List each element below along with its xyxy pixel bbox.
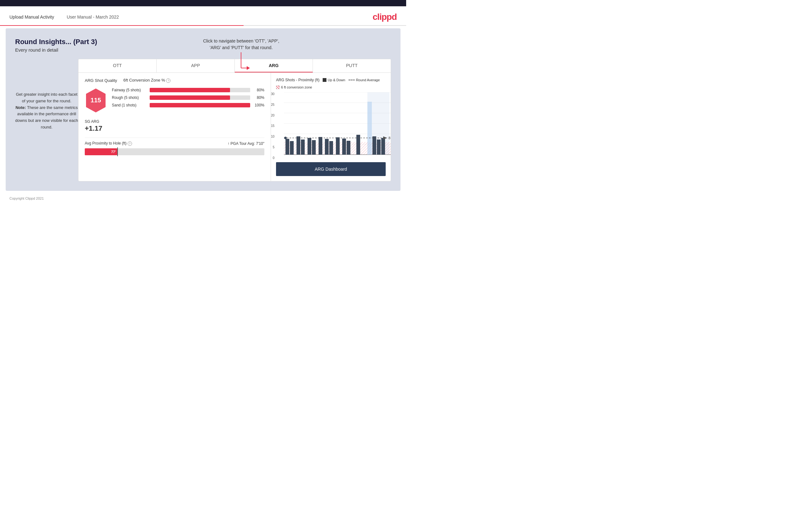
fairway-bar — [150, 88, 250, 92]
header: Upload Manual Activity User Manual - Mar… — [0, 6, 406, 25]
shot-row-sand: Sand (1 shots) 100% — [112, 103, 264, 107]
fairway-label: Fairway (5 shots) — [112, 88, 147, 92]
card-body: ARG Shot Quality 6ft Conversion Zone % ?… — [79, 73, 391, 181]
svg-rect-25 — [342, 138, 346, 155]
legend-round-avg: Round Average — [349, 78, 380, 82]
sg-section: SG ARG +1.17 — [85, 116, 264, 132]
svg-rect-28 — [367, 102, 372, 155]
top-bar — [0, 0, 406, 6]
proximity-label: Avg Proximity to Hole (ft) ? — [85, 141, 132, 146]
proximity-bar-fill: 77' — [85, 148, 117, 155]
svg-text:115: 115 — [91, 97, 101, 104]
proximity-value: 77' — [111, 150, 116, 154]
main-content: Round Insights... (Part 3) Every round i… — [6, 29, 401, 191]
pga-tour-label: ↑ PGA Tour Avg: 7'10" — [227, 142, 264, 146]
rough-bar — [150, 96, 250, 100]
hex-bars-row: 115 Fairway (5 shots) 80% — [85, 88, 264, 113]
shot-row-rough: Rough (5 shots) 80% — [112, 96, 264, 100]
conversion-label: 6ft Conversion Zone % ? — [123, 78, 171, 83]
svg-rect-17 — [297, 136, 300, 155]
chart-title: ARG Shots - Proximity (ft) — [276, 78, 319, 82]
shot-quality-label: ARG Shot Quality — [85, 78, 117, 83]
rough-label: Rough (5 shots) — [112, 96, 147, 100]
right-panel: ARG Shots - Proximity (ft) Up & Down Rou… — [271, 73, 391, 181]
copyright: Copyright Clippd 2021 — [9, 196, 44, 200]
svg-rect-31 — [381, 138, 385, 155]
svg-rect-15 — [286, 139, 289, 155]
proximity-cursor — [117, 148, 118, 156]
svg-marker-2 — [247, 66, 250, 70]
conversion-help-icon[interactable]: ? — [166, 78, 170, 83]
proximity-help-icon[interactable]: ? — [128, 142, 132, 146]
legend-dashed-icon — [349, 80, 355, 80]
header-left: Upload Manual Activity User Manual - Mar… — [9, 14, 119, 19]
sand-label: Sand (1 shots) — [112, 103, 147, 107]
legend-6ft: 6 ft conversion zone — [276, 86, 312, 89]
rough-bar-fill — [150, 96, 230, 100]
panel-header: ARG Shot Quality 6ft Conversion Zone % ? — [85, 78, 264, 83]
proximity-bar-container: 77' — [85, 148, 264, 155]
svg-rect-21 — [318, 137, 322, 155]
svg-rect-24 — [336, 137, 340, 155]
proximity-header: Avg Proximity to Hole (ft) ? ↑ PGA Tour … — [85, 141, 264, 146]
fairway-pct: 80% — [253, 88, 264, 92]
shot-row-fairway: Fairway (5 shots) 80% — [112, 88, 264, 92]
sand-pct: 100% — [253, 103, 264, 107]
legend-square-icon — [323, 78, 326, 82]
chart-svg: 8 — [284, 92, 391, 158]
svg-rect-16 — [290, 141, 294, 155]
hexagon-svg: 115 — [85, 88, 107, 113]
rough-pct: 80% — [253, 96, 264, 100]
legend-hatched-icon — [276, 86, 280, 89]
arg-dashboard-button[interactable]: ARG Dashboard — [276, 162, 386, 176]
sg-arg-label: SG ARG — [85, 119, 264, 124]
sand-bar-fill — [150, 103, 250, 107]
svg-point-33 — [284, 137, 287, 139]
tab-ott[interactable]: OTT — [79, 59, 157, 72]
note-bold: Note: — [15, 105, 26, 110]
legend-up-down: Up & Down — [323, 78, 345, 82]
footer: Copyright Clippd 2021 — [0, 193, 406, 204]
shot-rows: Fairway (5 shots) 80% Rough (5 shots) — [112, 88, 264, 111]
proximity-section: Avg Proximity to Hole (ft) ? ↑ PGA Tour … — [85, 137, 264, 155]
svg-text:8: 8 — [389, 136, 391, 140]
chart-wrapper: 30 25 20 15 10 5 0 — [276, 92, 386, 160]
sand-bar — [150, 103, 250, 107]
user-manual-label: User Manual - March 2022 — [67, 14, 119, 19]
svg-rect-22 — [325, 139, 328, 155]
svg-rect-19 — [308, 138, 311, 155]
right-panel-header: ARG Shots - Proximity (ft) Up & Down Rou… — [276, 78, 386, 89]
upload-manual-link[interactable]: Upload Manual Activity — [9, 14, 54, 19]
svg-rect-30 — [377, 139, 380, 155]
sg-arg-value: +1.17 — [85, 124, 264, 132]
clippd-logo: clippd — [373, 12, 397, 22]
svg-rect-26 — [347, 141, 350, 155]
svg-rect-18 — [301, 139, 305, 155]
y-axis: 30 25 20 15 10 5 0 — [268, 92, 274, 160]
svg-rect-29 — [372, 136, 376, 155]
tab-putt[interactable]: PUTT — [313, 59, 391, 72]
svg-rect-23 — [329, 141, 333, 155]
nav-arrow-icon — [232, 52, 251, 77]
nav-annotation: Click to navigate between 'OTT', 'APP', … — [203, 38, 280, 77]
header-divider — [0, 25, 406, 26]
fairway-bar-fill — [150, 88, 230, 92]
left-panel: ARG Shot Quality 6ft Conversion Zone % ?… — [79, 73, 271, 181]
svg-rect-20 — [312, 140, 316, 155]
left-description: Get greater insight into each facet of y… — [15, 91, 78, 131]
hex-badge: 115 — [85, 88, 107, 113]
